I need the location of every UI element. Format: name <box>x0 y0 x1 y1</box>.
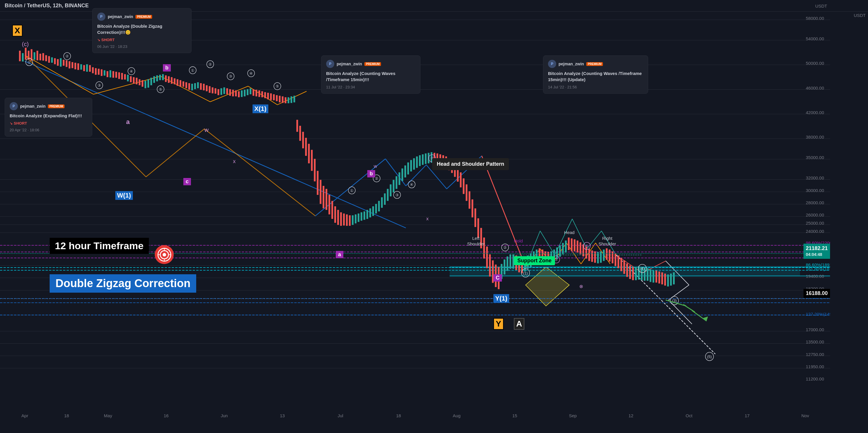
svg-rect-86 <box>57 59 59 66</box>
svg-text:30000.00: 30000.00 <box>806 188 824 193</box>
avatar-2: P <box>326 60 334 68</box>
annotation-card-4: P pejman_zwin PREMIUM Bitcoin Analyze (E… <box>5 98 92 137</box>
svg-rect-288 <box>647 268 648 281</box>
svg-text:①: ① <box>350 188 353 193</box>
svg-text:15: 15 <box>513 413 517 418</box>
svg-line-51 <box>587 231 601 249</box>
svg-rect-185 <box>346 214 348 226</box>
annotation-card-2: P pejman_zwin PREMIUM Bitcoin Analyze (C… <box>321 56 421 94</box>
svg-rect-201 <box>393 180 395 192</box>
svg-text:Right: Right <box>602 236 613 241</box>
annotation-card-3: P pejman_zwin PREMIUM Bitcoin Analyze (C… <box>543 56 648 94</box>
svg-rect-166 <box>290 96 292 103</box>
svg-rect-156 <box>261 91 263 97</box>
svg-rect-82 <box>45 55 47 61</box>
svg-rect-190 <box>361 212 362 221</box>
svg-text:Shoulder: Shoulder <box>598 241 616 246</box>
card-date-2: 11 Jul '22 · 23:34 <box>326 85 415 89</box>
svg-text:④: ④ <box>249 71 253 75</box>
svg-rect-277 <box>615 254 616 266</box>
svg-rect-229 <box>474 208 476 227</box>
svg-rect-88 <box>63 60 64 66</box>
svg-rect-267 <box>585 246 587 259</box>
svg-rect-103 <box>106 71 108 77</box>
svg-text:③: ③ <box>395 193 399 197</box>
svg-text:(5): (5) <box>707 355 712 359</box>
svg-text:28000.00: 28000.00 <box>806 200 824 205</box>
svg-rect-161 <box>276 95 278 101</box>
svg-text:Shoulder: Shoulder <box>467 241 485 246</box>
svg-rect-193 <box>369 208 371 218</box>
svg-rect-158 <box>267 93 269 100</box>
svg-rect-205 <box>404 165 406 177</box>
svg-rect-240 <box>506 257 508 271</box>
svg-rect-198 <box>384 194 386 205</box>
card-date-3: 14 Jul '22 · 21:56 <box>548 85 643 89</box>
svg-rect-136 <box>203 84 205 91</box>
svg-text:24000.00: 24000.00 <box>806 229 824 233</box>
svg-rect-99 <box>95 68 97 75</box>
svg-rect-265 <box>580 242 581 255</box>
label-double-zigzag: Double Zigzag Correction <box>50 274 196 293</box>
svg-rect-227 <box>469 191 470 209</box>
svg-rect-290 <box>653 270 654 282</box>
svg-rect-107 <box>118 72 120 79</box>
svg-text:①: ① <box>27 60 31 65</box>
svg-rect-279 <box>620 258 622 271</box>
svg-rect-168 <box>296 120 298 132</box>
svg-rect-272 <box>600 251 602 263</box>
svg-rect-176 <box>320 180 321 204</box>
svg-rect-291 <box>655 270 657 282</box>
svg-text:④: ④ <box>410 182 413 187</box>
svg-rect-230 <box>477 218 479 238</box>
svg-text:18: 18 <box>396 413 401 418</box>
svg-rect-75 <box>25 48 27 60</box>
svg-rect-208 <box>413 158 415 169</box>
svg-rect-144 <box>226 88 228 94</box>
svg-rect-233 <box>486 246 488 268</box>
svg-rect-138 <box>209 86 211 93</box>
svg-text:58000.00: 58000.00 <box>806 16 824 21</box>
svg-rect-283 <box>632 267 634 280</box>
svg-text:13500.00: 13500.00 <box>806 339 824 344</box>
svg-text:17: 17 <box>745 413 750 418</box>
svg-text:42000.00: 42000.00 <box>806 110 824 115</box>
svg-rect-79 <box>36 51 38 60</box>
support-zone-label: Support Zone <box>514 256 555 265</box>
svg-rect-270 <box>594 251 596 263</box>
svg-rect-207 <box>410 160 412 171</box>
svg-rect-117 <box>148 79 149 88</box>
svg-rect-114 <box>139 79 141 86</box>
svg-line-26 <box>25 55 93 94</box>
svg-rect-149 <box>241 91 243 97</box>
svg-rect-200 <box>390 185 392 196</box>
svg-rect-228 <box>471 199 473 218</box>
svg-rect-83 <box>48 56 50 63</box>
svg-rect-175 <box>317 171 318 195</box>
svg-line-40 <box>482 156 526 267</box>
avatar-3: P <box>548 60 556 68</box>
card-date-1: 06 Jun '22 · 18:23 <box>97 44 187 49</box>
svg-rect-164 <box>285 97 286 103</box>
wave-label-a-box: a <box>336 251 343 258</box>
svg-text:⑤: ⑤ <box>276 84 279 89</box>
svg-text:Apr: Apr <box>21 413 28 418</box>
svg-text:x: x <box>426 216 429 221</box>
svg-rect-121 <box>159 75 161 80</box>
svg-rect-177 <box>322 186 324 208</box>
svg-rect-232 <box>483 237 485 259</box>
svg-rect-239 <box>504 259 505 274</box>
svg-text:w: w <box>373 163 377 169</box>
svg-rect-104 <box>110 70 111 78</box>
wave-label-c-purple: (c) <box>22 41 29 47</box>
svg-rect-296 <box>670 274 672 286</box>
svg-rect-89 <box>66 60 67 67</box>
svg-rect-92 <box>74 63 76 69</box>
svg-rect-134 <box>197 82 199 89</box>
svg-rect-133 <box>194 83 196 89</box>
svg-rect-212 <box>425 154 427 164</box>
svg-text:②: ② <box>209 62 212 67</box>
svg-rect-95 <box>83 65 85 71</box>
svg-rect-145 <box>229 89 231 96</box>
svg-rect-112 <box>133 77 134 84</box>
